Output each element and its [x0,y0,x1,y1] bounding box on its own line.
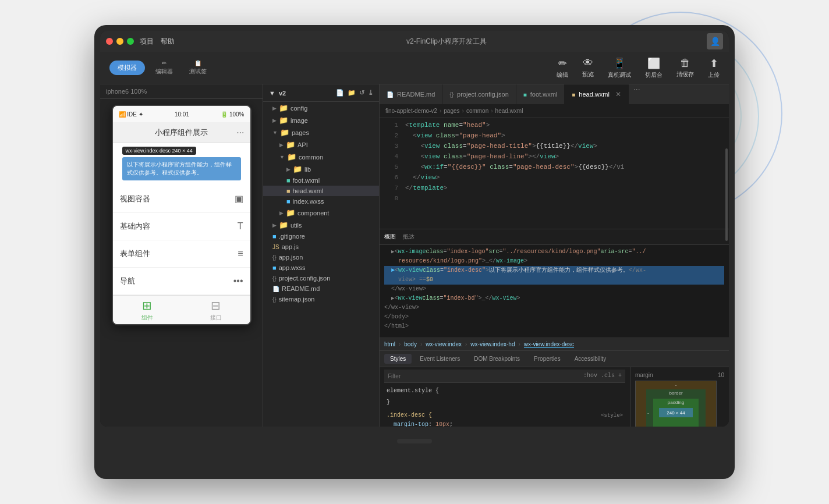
html-line-8: </body> [384,313,724,322]
styles-filter-input[interactable] [388,373,580,379]
styles-tab[interactable]: Styles [384,354,412,364]
editor-scrollbar[interactable] [725,148,728,241]
tree-item-label: app.json [279,254,303,261]
editor-tab[interactable]: ✏ 编辑器 [150,58,179,78]
more-tabs-icon[interactable]: ··· [629,84,645,104]
clear-cache-action[interactable]: 🗑 清缓存 [676,57,694,79]
tree-item-foot-wxml[interactable]: ■ foot.wxml [263,175,379,186]
css-selector: .index-desc { [387,411,432,420]
tree-item-app-js[interactable]: JS app.js [263,242,379,252]
tree-item-common[interactable]: ▼ 📁 common [263,151,379,163]
user-avatar[interactable]: 👤 [707,33,723,49]
tree-item-utils[interactable]: ▶ 📁 utils [263,219,379,231]
breadcrumb-item-3[interactable]: common [466,108,488,114]
sel-html[interactable]: html [384,341,395,347]
breadcrumb-item-1[interactable]: fino-applet-demo-v2 [385,108,437,114]
real-device-action[interactable]: 📱 真机调试 [608,57,631,79]
code-editor[interactable]: 1 <template name="head"> 2 <view class="… [380,118,729,427]
tree-item-index-wxss[interactable]: ■ index.wxss [263,196,379,207]
close-button[interactable] [106,38,113,45]
phone-status-bar: 📶 IDE ✦ 10:01 🔋 100% [113,106,250,122]
code-content: <view class="page-head-line"></view> [405,151,559,162]
edit-action[interactable]: ✏ 编辑 [557,57,568,79]
maximize-button[interactable] [127,38,134,45]
file-icon: {} [272,275,277,282]
sel-wx-view-desc[interactable]: wx-view.index-desc [524,341,574,348]
breadcrumb-item-4[interactable]: head.wxml [495,108,523,114]
toolbar: 模拟器 ✏ 编辑器 📋 测试签 ✏ 编辑 [100,52,729,84]
tree-root-expand[interactable]: ▼ [269,90,275,97]
box-model-diagram: - border - padding [635,381,717,427]
tree-item-app-json[interactable]: {} app.json [263,252,379,262]
tab-readme-label: README.md [397,91,435,98]
simulator-tab[interactable]: 模拟器 [109,61,145,75]
html-line-6: ▶ <wx-view class="index-bd">_</wx-view> [384,294,724,303]
event-listeners-tab[interactable]: Event Listeners [414,354,466,364]
minimize-button[interactable] [116,38,123,45]
tab-foot-wxml[interactable]: ■ foot.wxml [516,84,565,104]
tab-project-config[interactable]: {} project.config.json [442,84,516,104]
dom-breakpoints-tab[interactable]: DOM Breakpoints [468,354,526,364]
tree-item-sitemap[interactable]: {} sitemap.json [263,294,379,304]
tree-action-new-folder[interactable]: 📁 [348,89,356,97]
sel-body[interactable]: body [404,341,417,347]
tree-action-new-file[interactable]: 📄 [336,89,344,97]
tree-item-readme[interactable]: 📄 README.md [263,283,379,294]
properties-tab[interactable]: Properties [528,354,566,364]
laptop-bottom [100,427,729,456]
css-source[interactable]: <style> [601,411,623,420]
accessibility-tab[interactable]: Accessibility [569,354,612,364]
background-action[interactable]: ⬜ 切后台 [645,57,663,79]
tree-item-pages[interactable]: ▼ 📁 pages [263,126,379,139]
menu-project[interactable]: 项目 [140,37,154,47]
tree-item-app-wxss[interactable]: ■ app.wxss [263,262,379,273]
menu-item-nav[interactable]: 导航 ••• [113,268,250,295]
tree-item-image[interactable]: ▶ 📁 image [263,114,379,126]
upload-action[interactable]: ⬆ 上传 [708,57,720,79]
window-controls [106,38,134,45]
phone-highlight-element: wx-view.index-desc 240 × 44 以下将展示小程序官方组件… [122,157,241,180]
tree-item-label: common [299,154,323,161]
file-tree-header: ▼ v2 📄 📁 ↺ ⤓ [263,84,379,102]
tree-item-label: project.config.json [279,275,331,282]
tab-interface[interactable]: ⊟ 接口 [210,299,222,322]
phone-more-dots[interactable]: ··· [236,127,244,138]
tree-item-lib[interactable]: ▶ 📁 lib [263,163,379,175]
styles-panel: :hov .cls + element.style { } .index-des… [380,367,630,427]
menu-item-view[interactable]: 视图容器 ▣ [113,185,250,213]
devtools-tab-info[interactable]: 抵达 [403,233,414,241]
tree-item-project-config[interactable]: {} project.config.json [263,273,379,283]
menu-item-basic[interactable]: 基础内容 T [113,213,250,240]
tree-item-head-wxml[interactable]: ■ head.wxml [263,186,379,196]
tree-item-config[interactable]: ▶ 📁 config [263,102,379,114]
tab-component[interactable]: ⊞ 组件 [141,299,153,322]
tree-action-collapse[interactable]: ⤓ [368,89,373,97]
bm-border-layer: border - padding 2 [646,389,706,427]
menu-help[interactable]: 帮助 [161,37,175,47]
breadcrumb-item-2[interactable]: pages [444,108,459,114]
preview-label: 预览 [582,70,594,79]
head-icon: ■ [572,91,575,98]
menu-item-form[interactable]: 表单组件 ≡ [113,240,250,268]
line-number: 4 [384,151,398,162]
devtools-tab-overview[interactable]: 概图 [384,233,396,241]
test-tab[interactable]: 📋 测试签 [183,58,212,78]
sel-wx-view-index[interactable]: wx-view.index [426,341,462,347]
tree-action-refresh[interactable]: ↺ [359,89,364,97]
tab-head-wxml[interactable]: ■ head.wxml ✕ [565,84,629,104]
pseudo-controls[interactable]: :hov .cls + [583,371,622,381]
tree-item-gitignore[interactable]: ■ .gitignore [263,231,379,242]
tree-item-api[interactable]: ▶ 📁 API [263,139,379,151]
chevron-expand-icon: ▼ [279,154,285,160]
tree-item-label: .gitignore [279,233,305,240]
background-icon: ⬜ [647,57,660,70]
sel-wx-view-hd[interactable]: wx-view.index-hd [470,341,515,347]
tree-root-label: v2 [279,90,286,97]
tab-close-icon[interactable]: ✕ [615,90,621,98]
component-label: 组件 [141,314,153,322]
tab-readme[interactable]: 📄 README.md [380,84,442,104]
phone-bottom-tabs: ⊞ 组件 ⊟ 接口 [113,295,250,324]
preview-action[interactable]: 👁 预览 [582,57,594,79]
file-tree-panel: ▼ v2 📄 📁 ↺ ⤓ ▶ 📁 config [263,84,380,427]
tree-item-component[interactable]: ▶ 📁 component [263,207,379,219]
